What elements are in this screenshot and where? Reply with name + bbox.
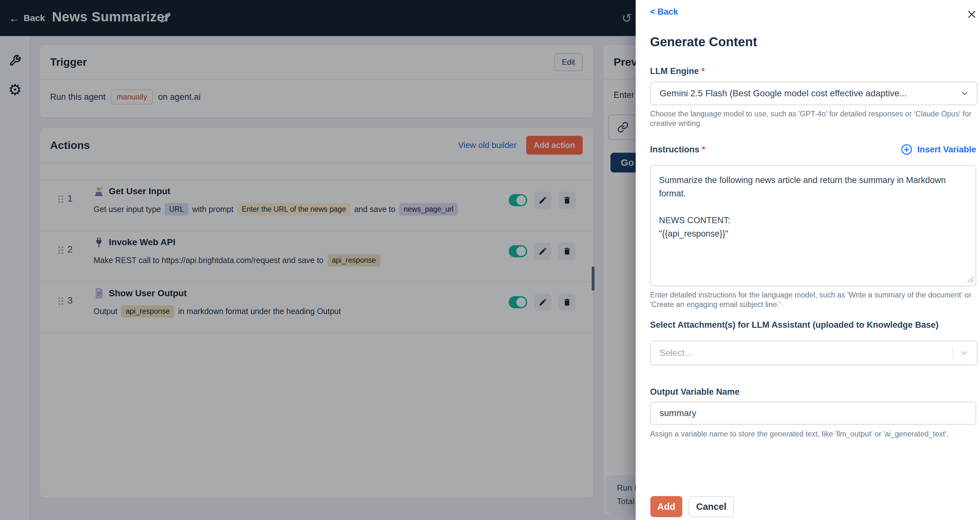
llm-engine-helper: Choose the language model to use, such a… xyxy=(650,109,972,128)
output-variable-input[interactable] xyxy=(650,402,976,425)
required-asterisk: * xyxy=(702,145,706,154)
instructions-textarea[interactable]: Summarize the following news article and… xyxy=(650,165,976,286)
close-drawer-button[interactable] xyxy=(964,7,979,22)
close-icon xyxy=(967,9,977,19)
output-variable-helper: Assign a variable name to store the gene… xyxy=(650,429,972,439)
add-button[interactable]: Add xyxy=(651,496,682,517)
insert-variable-button[interactable]: Insert Variable xyxy=(900,143,976,155)
generate-content-drawer: < Back Generate Content LLM Engine* Gemi… xyxy=(636,0,980,520)
chevron-down-icon xyxy=(960,89,969,98)
drawer-title: Generate Content xyxy=(650,35,757,49)
select-divider xyxy=(953,347,953,359)
llm-engine-value: Gemini 2.5 Flash (Best Google model cost… xyxy=(651,88,960,98)
instructions-helper: Enter detailed instructions for the lang… xyxy=(650,290,972,309)
plus-circle-icon xyxy=(900,143,913,155)
attachments-placeholder: Select... xyxy=(651,348,953,358)
output-variable-label: Output Variable Name xyxy=(650,387,740,397)
chevron-down-icon xyxy=(959,348,969,358)
cancel-button[interactable]: Cancel xyxy=(689,496,734,517)
modal-overlay[interactable] xyxy=(0,0,636,520)
llm-engine-label: LLM Engine* xyxy=(650,66,705,76)
llm-engine-select[interactable]: Gemini 2.5 Flash (Best Google model cost… xyxy=(650,82,977,105)
attachments-label: Select Attachment(s) for LLM Assistant (… xyxy=(650,320,939,330)
drawer-back-link[interactable]: < Back xyxy=(650,7,678,17)
required-asterisk: * xyxy=(702,66,705,76)
attachments-select[interactable]: Select... xyxy=(650,341,977,365)
instructions-label: Instructions* xyxy=(650,145,705,155)
